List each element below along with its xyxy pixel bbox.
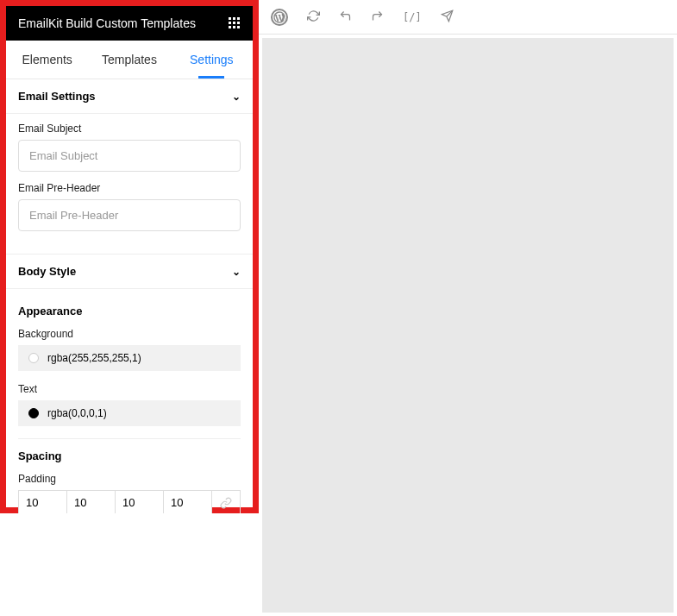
tab-elements[interactable]: Elements <box>6 41 88 79</box>
padding-bottom-input[interactable] <box>116 491 163 514</box>
appearance-label: Appearance <box>18 305 241 317</box>
tabs: Elements Templates Settings <box>6 41 253 79</box>
send-icon[interactable] <box>441 9 454 25</box>
link-values-icon[interactable] <box>212 491 240 514</box>
chevron-down-icon: ⌄ <box>232 91 241 103</box>
editor-canvas[interactable] <box>262 38 674 613</box>
undo-icon[interactable] <box>339 9 352 25</box>
email-subject-input[interactable] <box>18 140 241 172</box>
background-label: Background <box>18 328 241 340</box>
editor-area: [/] <box>259 0 677 616</box>
divider <box>18 438 241 439</box>
email-preheader-input[interactable] <box>18 199 241 231</box>
section-email-settings-body: Email Subject Email Pre-Header <box>6 114 253 255</box>
panel-title: EmailKit Build Custom Templates <box>18 16 196 30</box>
text-color-label: Text <box>18 383 241 395</box>
panel-header: EmailKit Build Custom Templates <box>6 6 253 41</box>
email-subject-label: Email Subject <box>18 123 241 135</box>
section-body-style-body: Appearance Background rgba(255,255,255,1… <box>6 289 253 540</box>
color-swatch-icon <box>28 353 39 363</box>
tab-settings[interactable]: Settings <box>171 41 253 79</box>
section-title: Email Settings <box>18 90 96 103</box>
chevron-down-icon: ⌄ <box>232 266 241 278</box>
tab-templates[interactable]: Templates <box>88 41 170 79</box>
section-email-settings-header[interactable]: Email Settings ⌄ <box>6 79 253 114</box>
padding-right-input[interactable] <box>164 491 211 514</box>
color-swatch-icon <box>28 408 39 418</box>
padding-left-input[interactable] <box>67 491 115 514</box>
apps-grid-icon[interactable] <box>229 17 241 29</box>
redo-icon[interactable] <box>371 9 384 25</box>
section-title: Body Style <box>18 265 76 278</box>
email-preheader-label: Email Pre-Header <box>18 182 241 194</box>
editor-toolbar: [/] <box>259 0 677 35</box>
spacing-label: Spacing <box>18 449 241 462</box>
wordpress-logo-icon[interactable] <box>271 9 288 26</box>
shortcode-icon[interactable]: [/] <box>403 11 422 23</box>
text-color-value: rgba(0,0,0,1) <box>47 407 107 419</box>
sidebar-panel: EmailKit Build Custom Templates Elements… <box>0 0 259 513</box>
background-color-field[interactable]: rgba(255,255,255,1) <box>18 345 241 371</box>
text-color-field[interactable]: rgba(0,0,0,1) <box>18 400 241 426</box>
left-empty-area <box>0 513 259 616</box>
padding-top-input[interactable] <box>19 491 66 514</box>
refresh-icon[interactable] <box>307 9 320 25</box>
padding-label: Padding <box>18 473 241 485</box>
background-color-value: rgba(255,255,255,1) <box>47 352 141 364</box>
section-body-style-header[interactable]: Body Style ⌄ <box>6 255 253 289</box>
